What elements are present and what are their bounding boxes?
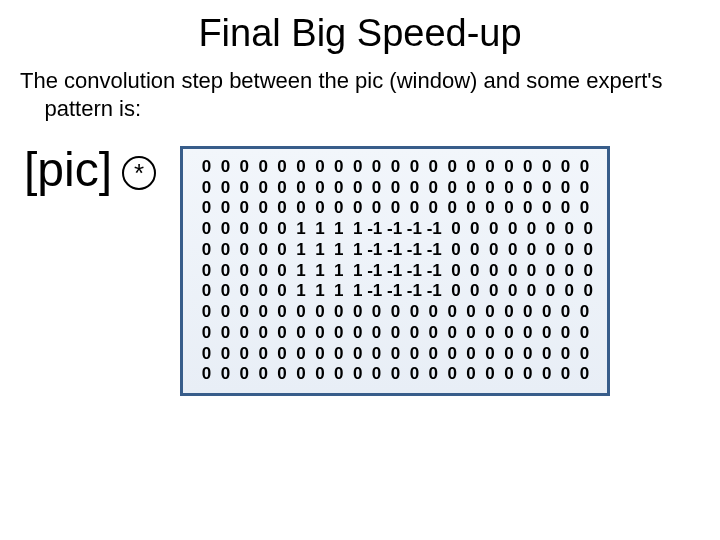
slide-subtitle: The convolution step between the pic (wi… <box>18 67 702 122</box>
convolve-icon: * <box>122 156 156 190</box>
matrix-grid: 0 0 0 0 0 0 0 0 0 0 0 0 0 0 0 0 0 0 0 0 … <box>197 157 593 385</box>
matrix-box: 0 0 0 0 0 0 0 0 0 0 0 0 0 0 0 0 0 0 0 0 … <box>180 146 610 396</box>
slide: Final Big Speed-up The convolution step … <box>0 0 720 540</box>
convolution-lhs: [pic] * <box>18 146 156 194</box>
content-row: [pic] * 0 0 0 0 0 0 0 0 0 0 0 0 0 0 0 0 … <box>18 146 702 396</box>
subtitle-line-2: pattern is: <box>44 96 141 121</box>
slide-title: Final Big Speed-up <box>18 12 702 55</box>
subtitle-line-1: The convolution step between the pic (wi… <box>20 68 663 93</box>
pic-label: [pic] <box>24 146 112 194</box>
